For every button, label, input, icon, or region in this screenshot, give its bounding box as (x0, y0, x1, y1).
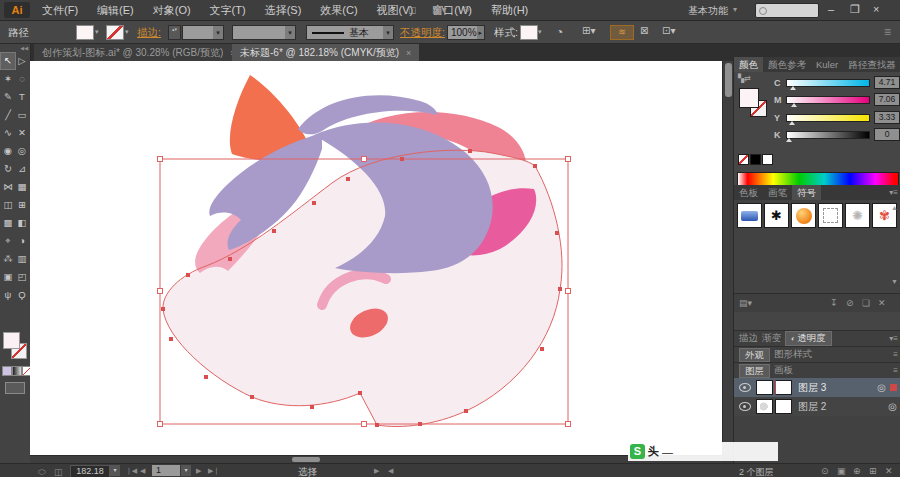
fill-caret-icon[interactable]: ▾ (95, 28, 99, 36)
scroll-down-icon[interactable]: ▼ (891, 278, 898, 285)
layer-row[interactable]: 图层 3 ◎ (734, 378, 900, 397)
last-artboard-icon[interactable]: ▶❘ (208, 467, 219, 475)
layer-thumbnail[interactable] (775, 399, 792, 414)
zoom-caret-icon[interactable]: ▾ (110, 465, 120, 476)
cyan-value[interactable]: 4.71 (874, 76, 900, 89)
visibility-eye-icon[interactable] (739, 383, 751, 392)
tab-symbols[interactable]: 符号 (792, 185, 821, 200)
workspace-switcher[interactable]: 基本功能 (688, 4, 728, 18)
shape-mode-icon[interactable]: ≋ (610, 25, 634, 40)
window-minimize-button[interactable]: – (828, 3, 834, 15)
scroll-up-icon[interactable]: ▲ (891, 204, 898, 211)
tool-magic-wand[interactable]: ✶ (1, 71, 15, 87)
tool-paintbrush[interactable]: ∿ (1, 125, 15, 141)
magenta-value[interactable]: 7.06 (874, 93, 900, 106)
menu-object[interactable]: 对象(O) (153, 3, 191, 18)
transform-icon[interactable]: ⊡▾ (662, 25, 675, 36)
stroke-weight-label[interactable]: 描边: (137, 26, 161, 40)
chevron-down-icon[interactable]: ▸ (477, 26, 484, 39)
symbol-splatter-black[interactable]: ✱ (764, 203, 789, 228)
tool-eyedropper[interactable]: ⌖ (1, 233, 15, 249)
window-close-button[interactable]: × (873, 3, 879, 15)
chevron-down-icon[interactable]: ▾ (383, 26, 393, 39)
document-tab-inactive[interactable]: 创作策划-图标.ai* @ 30.28% (RGB/预览) × (34, 44, 244, 61)
tab-stroke[interactable]: 描边 (739, 332, 758, 345)
delete-layer-icon[interactable]: ✕ (885, 466, 893, 476)
brush-definition-dropdown[interactable]: 基本 ▾ (306, 25, 394, 40)
tab-transparency[interactable]: ◐ 透明度 (785, 331, 832, 346)
yellow-value[interactable]: 3.33 (874, 111, 900, 124)
fill-color-swatch[interactable] (76, 25, 94, 40)
tab-pathfinder[interactable]: 路径查找器 (843, 57, 900, 72)
tool-selection[interactable]: ↖ (1, 53, 15, 69)
tool-scale[interactable]: ⊿ (15, 161, 29, 177)
stroke-weight-dropdown[interactable]: ▾ (182, 25, 224, 40)
workspace-caret-icon[interactable]: ▾ (733, 5, 737, 14)
stroke-caret-icon[interactable]: ▾ (125, 28, 129, 36)
width-profile-dropdown[interactable]: ▾ (232, 25, 296, 40)
tool-gradient[interactable]: ◧ (15, 215, 29, 231)
tab-gradient[interactable]: 渐变 (762, 332, 781, 345)
chevron-down-icon[interactable]: ▾ (285, 26, 295, 39)
symbol-ring-silver[interactable]: ✺ (845, 203, 870, 228)
preview-toggle-icon[interactable]: ⬭ (38, 467, 46, 477)
tab-color[interactable]: 颜色 (734, 57, 763, 72)
break-link-icon[interactable]: ⊘ (846, 298, 854, 308)
style-caret-icon[interactable]: ▾ (538, 28, 542, 36)
chevron-down-icon[interactable]: ▾ (213, 26, 223, 39)
menu-effect[interactable]: 效果(C) (320, 3, 357, 18)
window-restore-button[interactable]: ❐ (850, 3, 860, 16)
black-value[interactable]: 0 (874, 128, 900, 141)
yellow-slider[interactable] (786, 114, 870, 122)
prev-artboard-icon[interactable]: ◀ (140, 467, 145, 475)
stroke-weight-stepper[interactable]: ▴▾ (168, 25, 181, 40)
tool-shape-builder[interactable]: ◫ (1, 197, 15, 213)
artboard-number-field[interactable]: 1 (152, 465, 180, 476)
cyan-slider-thumb[interactable] (790, 86, 796, 90)
new-sublayer-icon[interactable]: ⊕ (853, 466, 861, 476)
layer-name[interactable]: 图层 3 (798, 381, 826, 395)
first-artboard-icon[interactable]: ❘◀ (126, 467, 137, 475)
tool-zoom[interactable]: Ϙ (15, 287, 29, 303)
selection-color-chip[interactable] (890, 384, 897, 391)
artboard-caret-icon[interactable]: ▾ (181, 465, 191, 476)
new-symbol-icon[interactable]: ❏ (862, 298, 870, 308)
align-icon[interactable]: ⊞▾ (582, 25, 595, 36)
style-swatch[interactable] (520, 25, 538, 40)
menu-type[interactable]: 文字(T) (210, 3, 246, 18)
recolor-artwork-icon[interactable]: ◔ (556, 25, 563, 39)
tool-mesh[interactable]: ▩ (1, 215, 15, 231)
tab-appearance[interactable]: 外观 (739, 348, 770, 362)
delete-symbol-icon[interactable]: ✕ (878, 298, 886, 308)
panel-menu-icon[interactable]: ≡ (893, 366, 900, 375)
clipping-mask-icon[interactable]: ▣ (837, 466, 846, 476)
tool-direct-selection[interactable]: ▷ (15, 53, 29, 69)
tab-layers[interactable]: 图层 (739, 364, 770, 378)
tab-kuler[interactable]: Kuler (811, 57, 843, 72)
tab-artboards[interactable]: 画板 (774, 364, 793, 377)
layer-name[interactable]: 图层 2 (798, 400, 826, 414)
menu-edit[interactable]: 编辑(E) (97, 3, 134, 18)
gradient-mode-button[interactable] (12, 366, 22, 376)
opacity-field[interactable]: 100% ▸ (447, 25, 485, 40)
menu-select[interactable]: 选择(S) (265, 3, 302, 18)
document-tab-active[interactable]: 未标题-6* @ 182.18% (CMYK/预览) × (232, 44, 419, 61)
place-symbol-icon[interactable]: ↧ (830, 298, 838, 308)
isolate-icon[interactable]: ⊠ (640, 25, 648, 36)
tool-blend[interactable]: ◑ (15, 233, 29, 249)
tool-perspective-grid[interactable]: ⊞ (15, 197, 29, 213)
menu-file[interactable]: 文件(F) (42, 3, 78, 18)
search-input[interactable] (755, 3, 819, 18)
tool-pen[interactable]: ✎ (1, 89, 15, 105)
tab-graphic-styles[interactable]: 图形样式 (774, 348, 812, 361)
yellow-slider-thumb[interactable] (789, 121, 795, 125)
cyan-slider[interactable] (786, 79, 870, 87)
panel-menu-icon[interactable]: ≡ (893, 350, 900, 359)
tool-type[interactable]: T (15, 89, 29, 105)
tab-swatches[interactable]: 色板 (734, 185, 763, 200)
tool-line[interactable]: ╱ (1, 107, 15, 123)
symbol-library-icon[interactable]: ▤▾ (739, 298, 752, 308)
white-swatch[interactable] (762, 154, 773, 165)
black-slider-thumb[interactable] (786, 138, 792, 142)
tool-rectangle[interactable]: ▭ (15, 107, 29, 123)
